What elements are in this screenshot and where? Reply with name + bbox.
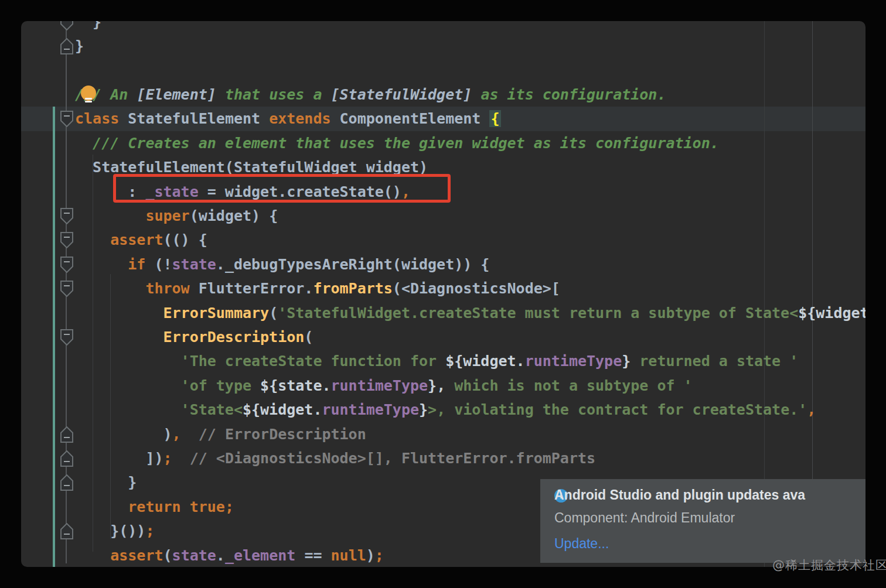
code-token: assert <box>110 547 163 564</box>
code-token: ${widget.runtimeType} <box>798 305 865 322</box>
code-token: FlutterError. <box>190 280 313 297</box>
code-token: StatefulElement(StatefulWidget widget) <box>93 159 428 176</box>
code-token: { <box>489 110 500 127</box>
code-line: class StatefulElement extends ComponentE… <box>75 107 501 131</box>
notification-component: Component: Android Emulator <box>554 510 863 526</box>
code-token: 'State< <box>181 401 243 418</box>
fold-open-icon[interactable] <box>60 111 74 127</box>
code-line: super(widget) { <box>75 204 278 228</box>
fold-open-icon[interactable] <box>60 329 74 346</box>
fold-end-icon[interactable] <box>60 450 74 467</box>
code-token: ) <box>163 426 172 443</box>
code-token: >, violating the contract for createStat… <box>428 401 807 418</box>
code-token: . <box>216 547 225 564</box>
code-token: [StatefulWidget] <box>331 86 472 103</box>
code-token: super <box>145 207 189 224</box>
code-token: } <box>128 474 137 491</box>
code-line: 'The createState function for ${widget.r… <box>75 349 798 374</box>
code-token: class <box>75 110 119 127</box>
code-token: assert <box>110 231 163 248</box>
code-token: }()) <box>110 522 145 539</box>
fold-end-icon[interactable] <box>60 474 74 491</box>
code-token: returned a state ' <box>631 353 798 370</box>
code-line: return true; <box>75 495 234 519</box>
code-token: ._debugTypesAreRight(widget)) { <box>216 256 490 273</box>
fold-end-icon[interactable] <box>60 426 74 443</box>
code-token: ErrorDescription <box>163 329 305 346</box>
code-token: 'The createState function for <box>181 353 446 370</box>
fold-end-icon[interactable] <box>60 38 74 54</box>
code-line: if (!state._debugTypesAreRight(widget)) … <box>75 252 489 277</box>
code-line: assert(state._element == null); <box>75 543 384 568</box>
fold-open-icon[interactable] <box>60 281 74 297</box>
code-token: runtimeType <box>331 377 428 394</box>
code-token: }, <box>428 377 445 394</box>
annotation-red-box <box>113 174 451 203</box>
code-token: if <box>128 256 145 273</box>
code-line: 'State<${widget.runtimeType}>, violating… <box>75 398 816 422</box>
code-token: ${widget. <box>243 401 322 418</box>
fold-open-icon[interactable] <box>60 21 74 30</box>
fold-open-icon[interactable] <box>60 257 74 273</box>
changed-lines-marker <box>53 107 55 567</box>
code-token: ${state. <box>260 377 330 394</box>
code-token: 'StatefulWidget.createState must return … <box>278 305 798 322</box>
code-token: _element <box>225 547 295 564</box>
code-line: assert(() { <box>75 228 207 252</box>
code-token: [Element] <box>137 86 216 103</box>
code-line: 'of type ${state.runtimeType}, which is … <box>75 374 693 398</box>
code-token: ( <box>304 329 313 346</box>
code-token: as its configuration. <box>472 86 666 103</box>
bulb-filament <box>85 98 92 100</box>
code-token: ( <box>163 547 172 564</box>
code-token: ErrorSummary <box>163 305 270 322</box>
code-token: null <box>331 547 366 564</box>
bulb-filament <box>85 101 92 102</box>
code-token: ]) <box>145 450 163 467</box>
code-line: ErrorSummary('StatefulWidget.createState… <box>75 301 865 326</box>
code-line: } <box>75 21 101 35</box>
code-token: == <box>295 547 330 564</box>
code-line: ), // ErrorDescription <box>75 422 366 447</box>
code-token: ; <box>375 547 384 564</box>
code-token: state <box>172 256 216 273</box>
code-token: that uses a <box>216 86 331 103</box>
code-token: StatefulElement <box>119 110 269 127</box>
code-token: (() { <box>163 231 207 248</box>
update-link[interactable]: Update... <box>554 536 863 552</box>
code-token <box>181 498 190 515</box>
screenshot-stage: }}/// An [Element] that uses a [Stateful… <box>0 0 886 588</box>
code-token: } <box>622 353 631 370</box>
code-token: runtimeType <box>525 353 622 370</box>
fold-end-icon[interactable] <box>60 523 74 539</box>
code-token: return <box>128 498 180 515</box>
code-token: } <box>419 401 428 418</box>
code-line: ErrorDescription( <box>75 325 313 350</box>
code-token: } <box>93 21 101 30</box>
code-editor: }}/// An [Element] that uses a [Stateful… <box>21 21 865 567</box>
code-token: (! <box>145 256 172 273</box>
fold-open-icon[interactable] <box>60 232 74 248</box>
code-token: ComponentElement <box>331 110 490 127</box>
code-token: , <box>807 401 816 418</box>
code-token: ; <box>225 498 234 515</box>
code-token: ) <box>366 547 375 564</box>
fold-open-icon[interactable] <box>60 208 74 224</box>
code-token: true <box>190 498 225 515</box>
watermark: @稀土掘金技术社区 <box>772 557 886 573</box>
code-token: (<DiagnosticsNode>[ <box>393 280 560 297</box>
code-token: ${widget. <box>445 353 524 370</box>
notification-balloon: i Android Studio and plugin updates ava … <box>540 479 865 563</box>
code-line: ]); // <DiagnosticsNode>[], FlutterError… <box>75 446 595 471</box>
code-token: runtimeType <box>322 401 419 418</box>
intention-bulb-icon[interactable] <box>80 85 97 105</box>
code-token: extends <box>269 110 330 127</box>
code-token: state <box>172 547 216 564</box>
code-line: /// An [Element] that uses a [StatefulWi… <box>75 83 666 107</box>
code-line: /// Creates an element that uses the giv… <box>75 131 719 156</box>
code-token: (widget) { <box>190 207 278 224</box>
code-token: ; <box>163 450 172 467</box>
code-token: throw <box>145 280 189 297</box>
notification-title: Android Studio and plugin updates ava <box>554 487 863 503</box>
code-token: // <DiagnosticsNode>[], FlutterError.fro… <box>172 450 595 467</box>
